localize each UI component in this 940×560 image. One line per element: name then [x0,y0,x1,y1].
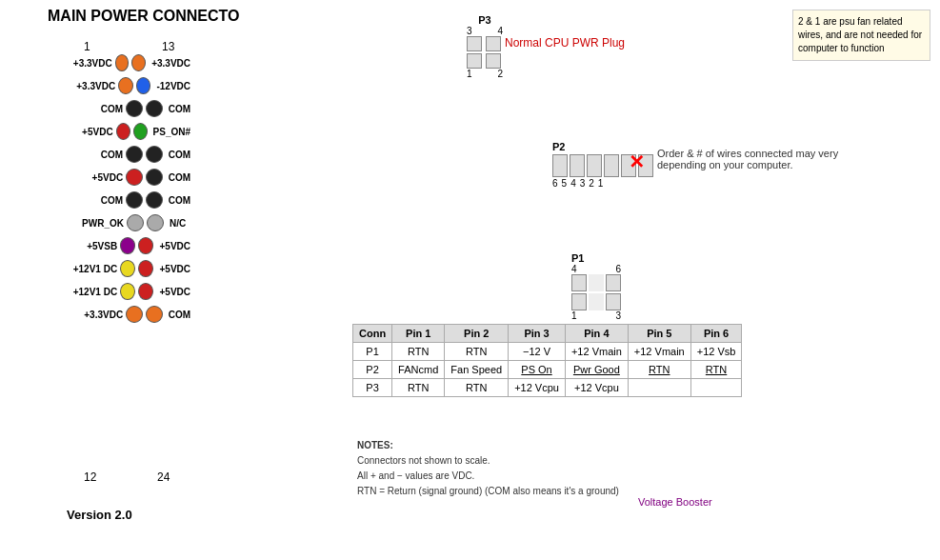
p1-num-3: 3 [615,310,621,321]
p2-order-note: Order & # of wires connected may very de… [657,148,848,170]
td-p1-pin6: +12 Vsb [690,343,742,361]
p3-num-2: 2 [497,69,503,79]
data-table-container: Conn Pin 1 Pin 2 Pin 3 Pin 4 Pin 5 Pin 6… [352,324,781,397]
note-box: 2 & 1 are psu fan related wires, and are… [792,10,930,61]
pin-circle-7b [146,191,163,209]
pin-circle-3b [146,100,163,117]
th-pin6: Pin 6 [690,325,742,343]
pin-circle-11a [120,283,135,300]
right-label-8: N/C [170,218,186,229]
left-label-3: COM [67,104,123,114]
p1-area: P1 4 6 1 3 [571,252,621,321]
p1-num-4: 4 [571,264,577,274]
left-label-4: +5VDC [67,127,113,137]
connector-row-10: +12V1 DC +5VDC [67,258,190,279]
col-label-top-right: 13 [162,40,174,53]
pin-circle-1a [115,54,130,71]
left-label-5: COM [67,150,123,160]
p1-label: P1 [571,252,621,264]
pin-circle-2a [118,77,133,94]
pin-circle-1b [131,54,146,71]
right-label-12: COM [169,310,190,320]
pin-circle-10a [120,260,135,277]
td-p3-pin4: +12 Vcpu [565,379,628,397]
notes-title: NOTES: [357,438,619,453]
td-p2-pin6: RTN [690,361,742,379]
right-label-10: +5VDC [159,264,190,274]
p3-pin-4 [486,36,501,51]
td-p2-pin1: FANcmd [392,361,445,379]
left-label-7: COM [67,195,123,206]
th-pin4: Pin 4 [565,325,628,343]
p2-pin-3 [604,154,619,177]
p2-num-3: 3 [580,178,586,189]
connector-row-3: COM COM [67,98,190,119]
p1-pin-3 [606,293,621,310]
pin-circle-3a [126,100,143,117]
p2-pin-5 [570,154,585,177]
td-p2-pin5: RTN [628,361,690,379]
connector-row-2: +3.3VDC -12VDC [67,75,190,96]
connector-row-5: COM COM [67,144,190,165]
col-label-top-left: 1 [84,40,90,53]
pin-circle-12b [146,306,163,323]
p1-num-6: 6 [615,264,621,274]
connector-row-1: +3.3VDC +3.3VDC [67,52,190,73]
td-p3-pin6 [690,379,742,397]
right-label-11: +5VDC [159,287,190,297]
p1-pin-1 [571,293,587,310]
main-title: MAIN POWER CONNECTO [48,8,239,25]
th-pin1: Pin 1 [392,325,445,343]
left-label-1: +3.3VDC [67,58,112,69]
diagram-container: MAIN POWER CONNECTO 1 13 +3.3VDC +3.3VDC… [0,0,940,560]
table-row-p1: P1 RTN RTN −12 V +12 Vmain +12 Vmain +12… [353,343,742,361]
pin-circle-2b [136,77,151,94]
pin-circle-8b [147,214,164,231]
left-label-6: +5VDC [67,172,123,183]
th-conn: Conn [353,325,392,343]
pin-circle-11b [138,283,153,300]
pin-circle-7a [126,191,143,209]
th-pin5: Pin 5 [628,325,690,343]
th-pin2: Pin 2 [445,325,509,343]
p2-num-6: 6 [552,178,558,189]
td-p3-pin5 [628,379,690,397]
p2-pin-4 [587,154,602,177]
table-row-p3: P3 RTN RTN +12 Vcpu +12 Vcpu [353,379,742,397]
pin-circle-4a [116,123,130,140]
td-p2-pin4-text: Pwr Good [573,364,620,375]
td-p1-pin5: +12 Vmain [628,343,690,361]
p2-num-5: 5 [562,178,568,189]
p3-area: P3 3 4 1 2 [467,14,503,79]
table-row-p2: P2 FANcmd Fan Speed PS On Pwr Good RTN R… [353,361,742,379]
th-pin3: Pin 3 [509,325,566,343]
pin-circle-8a [127,214,144,231]
p3-pin-1 [467,53,482,69]
pin-circle-6a [126,169,143,186]
p3-num-1: 1 [467,69,472,79]
td-p2-pin3: PS On [509,361,566,379]
p2-cross-mark: ✕ [629,150,645,173]
connector-row-8: PWR_OK N/C [67,212,190,233]
right-label-9: +5VDC [159,241,190,251]
td-p2-conn: P2 [353,361,392,379]
p1-pin-6 [606,274,621,291]
p1-pin-4 [571,274,587,291]
p3-num-4: 4 [497,26,503,36]
td-p2-pin5-text: RTN [649,364,670,375]
td-p1-pin4: +12 Vmain [565,343,628,361]
p1-pin-empty2 [589,293,604,310]
cpu-pwr-label: Normal CPU PWR Plug [505,36,625,50]
td-p3-pin2: RTN [445,379,509,397]
left-label-2: +3.3VDC [67,81,115,91]
p2-num-4: 4 [570,178,576,189]
p3-num-3: 3 [467,26,472,36]
p2-num-2: 2 [589,178,594,189]
pin-circle-6b [146,169,163,186]
connector-row-12: +3.3VDC COM [67,304,190,325]
notes-line-3: RTN = Return (signal ground) (COM also m… [357,484,619,499]
td-p2-pin2: Fan Speed [445,361,509,379]
connector-row-7: COM COM [67,190,190,210]
p2-num-1: 1 [598,178,604,189]
pin-circle-12a [126,306,143,323]
